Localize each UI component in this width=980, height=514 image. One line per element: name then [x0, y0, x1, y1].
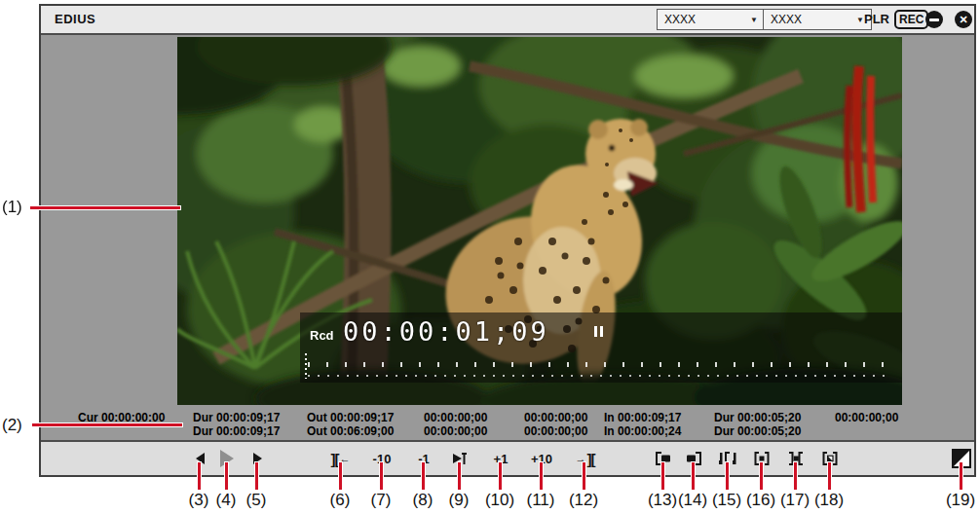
callout-label-18: (18)	[808, 491, 850, 510]
plr-mode-label: PLR	[864, 12, 889, 26]
player-control-bar: ][← -10 -1 +1 +10 →][	[41, 440, 974, 475]
callout-label-19: (19)	[939, 491, 980, 510]
rec-mode-badge: REC	[894, 10, 928, 29]
callout-line-4	[224, 461, 229, 491]
shuttle-ruler	[308, 362, 892, 367]
callout-line-10	[498, 461, 503, 491]
callout-line-19	[959, 461, 963, 491]
callout-label-5: (5)	[235, 491, 278, 510]
out-timecode: Out 00:00:09;17Out 00:06:09;00	[307, 411, 394, 438]
callout-line-9	[457, 461, 462, 491]
timecode-col-5: 00:00:00;0000:00:00;00	[524, 411, 587, 438]
rcd-label: Rcd	[310, 328, 334, 343]
callout-line-11	[539, 461, 544, 491]
callout-line-18	[827, 461, 832, 491]
video-preview: Rcd 00:00:01;09	[177, 37, 902, 405]
position-cursor	[305, 353, 307, 379]
brackets-icon: ][	[587, 451, 595, 467]
osd-timecode: 00:00:01;09	[343, 316, 549, 347]
callout-line-16	[759, 461, 764, 491]
osd-overlay: Rcd 00:00:01;09	[300, 312, 902, 383]
callout-line-13	[660, 461, 665, 491]
callout-line-12	[582, 461, 586, 491]
callout-line-6	[338, 461, 343, 491]
callout-line-7	[379, 461, 384, 491]
preset-dropdown-2-value: XXXX	[771, 13, 802, 26]
preview-area: Rcd 00:00:01;09	[41, 35, 974, 409]
callout-label-7: (7)	[359, 491, 402, 510]
callout-label-10: (10)	[478, 491, 521, 510]
close-button[interactable]: ✕	[955, 11, 972, 28]
title-bar: EDIUS XXXX ▼ XXXX ▼ PLR REC ✕	[41, 6, 974, 35]
in-timecode: In 00:00:09;17In 00:00:00;24	[604, 411, 681, 438]
preset-dropdown-1-value: XXXX	[664, 13, 696, 26]
callout-line-1	[29, 205, 181, 210]
chevron-down-icon: ▼	[750, 16, 758, 24]
callout-line-15	[725, 461, 730, 491]
callout-label-12: (12)	[562, 491, 605, 510]
timecode-col-8: 00:00:00;00	[835, 411, 898, 424]
callout-line-17	[793, 461, 798, 491]
pause-icon	[594, 326, 603, 337]
callout-line-14	[691, 461, 696, 491]
app-title: EDIUS	[55, 12, 95, 26]
callout-label-1: (1)	[2, 198, 22, 217]
timecode-col-4: 00:00:00;0000:00:00;00	[424, 411, 487, 438]
callout-line-2	[31, 422, 183, 427]
preset-dropdown-1[interactable]: XXXX ▼	[657, 9, 766, 30]
chevron-down-icon: ▼	[856, 16, 864, 24]
minimize-button[interactable]	[925, 11, 943, 28]
callout-line-8	[421, 461, 426, 491]
callout-label-2: (2)	[2, 416, 22, 435]
callout-label-9: (9)	[437, 491, 480, 510]
minimize-icon	[929, 18, 939, 21]
edius-player-window: EDIUS XXXX ▼ XXXX ▼ PLR REC ✕	[39, 4, 976, 477]
dur-timecode: Dur 00:00:09;17Dur 00:00:09;17	[193, 411, 280, 438]
callout-label-6: (6)	[319, 491, 361, 510]
callout-line-3	[197, 461, 202, 491]
callout-label-11: (11)	[519, 491, 562, 510]
preset-dropdown-2[interactable]: XXXX ▼	[763, 9, 872, 30]
callout-line-5	[254, 461, 259, 491]
dur2-timecode: Dur 00:00:05;20Dur 00:00:05;20	[714, 411, 801, 438]
shuttle-ruler-dots	[308, 375, 892, 377]
